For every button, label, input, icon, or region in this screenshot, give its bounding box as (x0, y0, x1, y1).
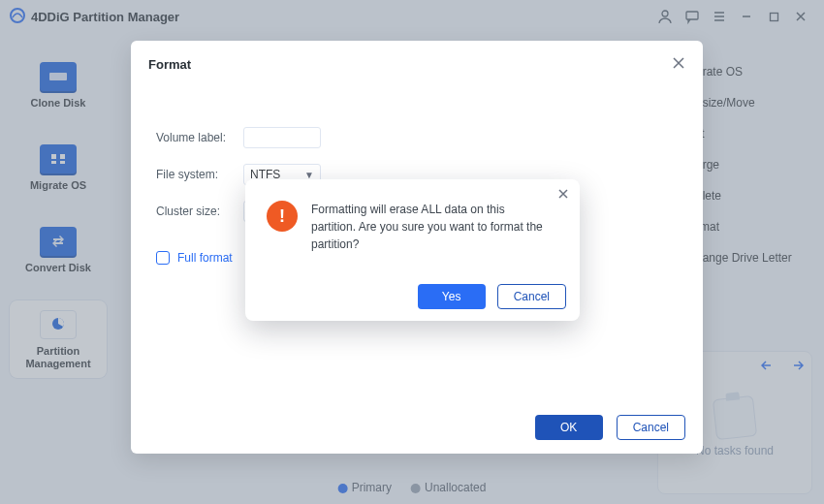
format-ok-button[interactable]: OK (535, 415, 603, 440)
file-system-label: File system: (156, 168, 234, 181)
confirm-dialog: ! Formatting will erase ALL data on this… (245, 179, 580, 321)
cluster-size-label: Cluster size: (156, 205, 234, 218)
format-dialog-title: Format (148, 57, 191, 72)
full-format-checkbox[interactable] (156, 251, 170, 265)
confirm-close-button[interactable] (555, 185, 572, 203)
full-format-label: Full format (177, 251, 233, 265)
confirm-yes-button[interactable]: Yes (418, 284, 486, 309)
volume-label-input[interactable] (243, 127, 321, 148)
confirm-cancel-button[interactable]: Cancel (497, 284, 566, 309)
warning-icon: ! (267, 201, 298, 232)
format-cancel-button[interactable]: Cancel (617, 415, 685, 440)
confirm-message: Formatting will erase ALL data on this p… (311, 201, 551, 253)
chevron-down-icon: ▼ (304, 170, 314, 180)
format-dialog-close-button[interactable] (672, 54, 685, 75)
volume-label-label: Volume label: (156, 131, 234, 144)
